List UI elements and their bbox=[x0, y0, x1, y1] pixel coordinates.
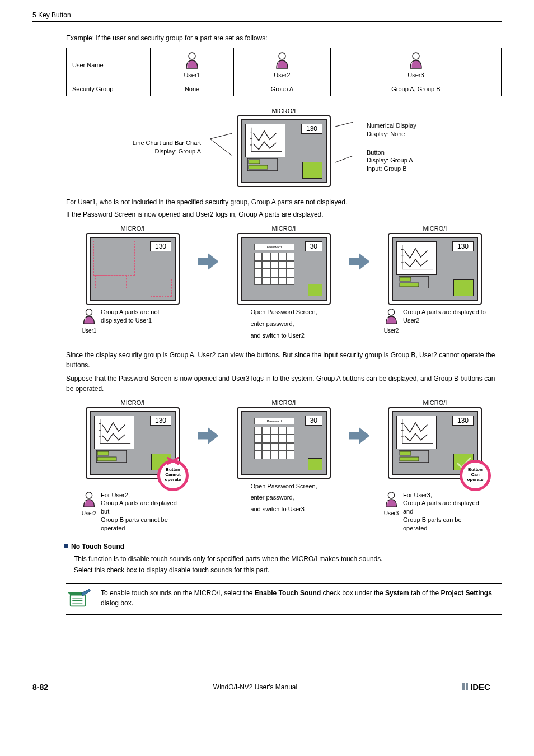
button-part bbox=[308, 458, 322, 470]
micro-frame: 130 bbox=[388, 233, 482, 305]
svg-rect-17 bbox=[462, 683, 465, 690]
body-para-1a: For User1, who is not included in the sp… bbox=[66, 197, 502, 207]
user-name-2: User2 bbox=[274, 72, 290, 78]
password-bar: Password bbox=[254, 418, 294, 424]
scenario-row-1: MICRO/I 130 User1 Group A parts are not … bbox=[66, 225, 502, 340]
notouch-para-1: This function is to disable touch sounds… bbox=[74, 554, 502, 564]
user-icon bbox=[383, 308, 400, 327]
annotation-line-icon bbox=[210, 128, 232, 167]
right-annotation: Numerical Display Display: None Button D… bbox=[367, 122, 445, 173]
header-title: 5 Key Button bbox=[32, 11, 71, 19]
user-name-3: User3 bbox=[407, 72, 424, 78]
keypad-icon bbox=[254, 253, 294, 285]
group-3: Group A, Group B bbox=[330, 82, 501, 96]
micro-frame: 130 Button Cannot operate bbox=[86, 407, 180, 479]
group-2: Group A bbox=[234, 82, 331, 96]
note-block: To enable touch sounds on the MICRO/I, s… bbox=[66, 583, 502, 615]
row-label-user: User Name bbox=[67, 48, 151, 82]
bullet-icon bbox=[64, 544, 68, 548]
micro-label: MICRO/I bbox=[272, 108, 296, 114]
svg-line-14 bbox=[210, 139, 232, 156]
bar-chart-icon bbox=[96, 450, 127, 463]
brand-logo: IDEC bbox=[462, 682, 502, 693]
arrow-icon bbox=[348, 426, 371, 446]
line-chart-icon bbox=[396, 241, 437, 275]
group-1: None bbox=[151, 82, 234, 96]
user-icon bbox=[407, 52, 425, 71]
keypad-icon bbox=[254, 427, 294, 459]
arrow-icon bbox=[197, 426, 219, 446]
button-part bbox=[302, 162, 322, 179]
svg-line-15 bbox=[335, 122, 353, 127]
body-para-2b: Suppose that the Password Screen is now … bbox=[66, 374, 502, 394]
annotation-line-icon bbox=[335, 116, 358, 178]
line-chart-icon bbox=[245, 124, 285, 157]
page-footer: 8-82 WindO/I-NV2 User's Manual IDEC bbox=[32, 682, 502, 693]
user-icon bbox=[183, 52, 201, 71]
svg-line-13 bbox=[210, 133, 232, 139]
micro-frame: 30 Password bbox=[237, 233, 331, 305]
bar-chart-icon bbox=[247, 158, 278, 171]
body-para-2a: Since the display security group is Grou… bbox=[66, 350, 502, 370]
user-icon bbox=[81, 308, 97, 327]
note-icon bbox=[66, 588, 92, 610]
micro-frame: 30 Password bbox=[237, 407, 331, 479]
svg-text:IDEC: IDEC bbox=[470, 682, 490, 691]
example-intro: Example: If the user and security group … bbox=[66, 34, 502, 42]
scenario-row-2: MICRO/I 130 Button Cannot operate User2 bbox=[66, 399, 502, 533]
button-part bbox=[453, 279, 474, 296]
line-chart-icon bbox=[396, 416, 437, 449]
micro-frame: 130 Button Can operate bbox=[388, 407, 482, 479]
button-part bbox=[308, 284, 322, 296]
svg-line-16 bbox=[335, 156, 353, 162]
left-annotation: Line Chart and Bar Chart Display: Group … bbox=[123, 139, 201, 156]
user-icon bbox=[383, 491, 400, 510]
user-security-table: User Name User1 User2 User3 bbox=[66, 48, 502, 96]
user-icon bbox=[81, 491, 97, 510]
page-header: 5 Key Button bbox=[32, 11, 502, 22]
micro-frame: 130 bbox=[237, 115, 331, 187]
bar-chart-icon bbox=[399, 450, 429, 463]
no-touch-heading: No Touch Sound bbox=[64, 543, 502, 550]
page-number: 8-82 bbox=[32, 683, 48, 692]
bar-chart-icon bbox=[399, 276, 429, 288]
can-operate-badge: Button Can operate bbox=[460, 460, 491, 491]
notouch-para-2: Select this check box to display disable… bbox=[74, 565, 502, 575]
numerical-display: 130 bbox=[301, 124, 322, 134]
user-name-1: User1 bbox=[184, 72, 200, 78]
manual-title: WindO/I-NV2 User's Manual bbox=[213, 683, 297, 691]
password-bar: Password bbox=[254, 244, 294, 250]
line-chart-icon bbox=[94, 416, 134, 449]
row-label-group: Security Group bbox=[67, 82, 151, 96]
svg-rect-18 bbox=[466, 683, 468, 690]
body-para-1b: If the Password Screen is now opened and… bbox=[66, 209, 502, 220]
security-diagram: Line Chart and Bar Chart Display: Group … bbox=[66, 108, 502, 187]
arrow-icon bbox=[197, 251, 219, 272]
micro-frame: 130 bbox=[86, 233, 180, 305]
cannot-operate-badge: Button Cannot operate bbox=[157, 460, 189, 491]
note-text: To enable touch sounds on the MICRO/I, s… bbox=[101, 588, 502, 608]
user-icon bbox=[273, 52, 291, 71]
arrow-icon bbox=[348, 251, 371, 272]
